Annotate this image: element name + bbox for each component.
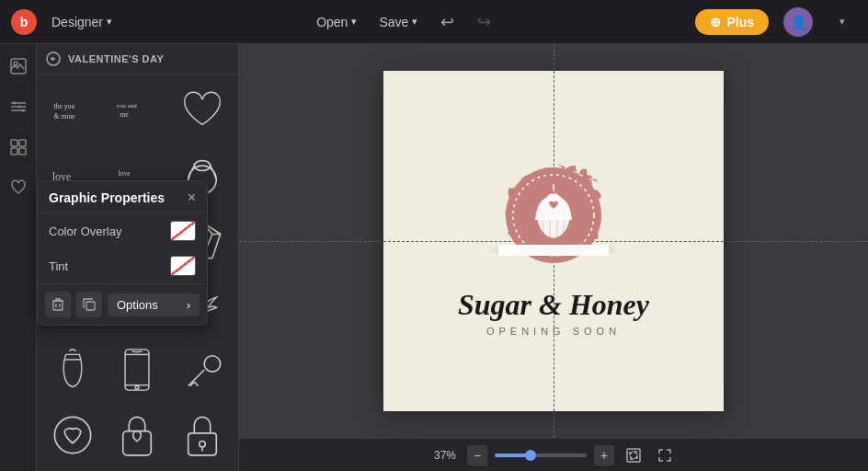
open-chevron-icon: ▾ — [351, 16, 357, 28]
canvas-container[interactable]: Sugar & Honey OPENING SOON — [239, 44, 868, 438]
design-canvas[interactable]: Sugar & Honey OPENING SOON — [383, 71, 724, 411]
color-overlay-label: Color Overlay — [49, 224, 121, 238]
sidebar-icon-image[interactable] — [4, 52, 33, 81]
fit-screen-button[interactable] — [622, 443, 645, 467]
plus-star-icon: ⊕ — [710, 15, 721, 29]
canvas-area: Sugar & Honey OPENING SOON 37% − + — [239, 44, 868, 471]
sidebar-icon-heart[interactable] — [4, 173, 33, 202]
svg-rect-41 — [123, 431, 152, 454]
svg-rect-45 — [53, 301, 63, 310]
graphic-props-title: Graphic Properties — [49, 190, 165, 205]
delete-button[interactable] — [45, 292, 71, 317]
fullscreen-button[interactable] — [653, 443, 677, 467]
account-chevron-icon[interactable]: ▾ — [828, 7, 857, 37]
zoom-out-button[interactable]: − — [467, 445, 487, 465]
svg-text:love: love — [119, 169, 131, 178]
topbar: b Designer ▾ Open ▾ Save ▾ ↩ ↪ ⊕ Plus 👤 … — [0, 0, 868, 44]
plus-button[interactable]: ⊕ Plus — [695, 9, 769, 35]
avatar-icon: 👤 — [791, 15, 806, 29]
svg-rect-11 — [19, 148, 26, 155]
svg-text:the you: the you — [54, 102, 75, 110]
graphic-props-header: Graphic Properties × — [38, 181, 207, 213]
save-button[interactable]: Save ▾ — [371, 11, 425, 33]
graphic-properties-panel: Graphic Properties × Color Overlay Tint — [37, 180, 208, 326]
asset-panel-header: Valentine's Day — [37, 44, 238, 75]
app-logo[interactable]: b — [11, 9, 37, 35]
zoom-percentage: 37% — [430, 449, 460, 462]
svg-rect-42 — [188, 432, 217, 454]
asset-item-phone[interactable] — [107, 339, 167, 400]
app-name-button[interactable]: Designer ▾ — [51, 15, 112, 29]
logo-char: b — [20, 15, 29, 29]
svg-point-35 — [136, 386, 140, 390]
svg-point-40 — [55, 417, 91, 453]
options-button[interactable]: Options › — [108, 293, 200, 316]
graphic-props-footer: Options › — [38, 283, 207, 325]
zoom-slider-thumb — [525, 450, 536, 461]
svg-text:me: me — [120, 110, 130, 119]
tint-row: Tint — [38, 248, 207, 283]
sidebar-icon-adjust[interactable] — [4, 92, 33, 121]
asset-item-heart-decorative[interactable] — [42, 405, 103, 465]
left-sidebar — [0, 44, 37, 471]
open-button[interactable]: Open ▾ — [309, 11, 364, 33]
cupcake-badge — [480, 146, 627, 293]
color-overlay-swatch[interactable] — [170, 221, 196, 241]
asset-panel: Valentine's Day the you& mine you andme … — [37, 44, 239, 471]
svg-point-43 — [200, 441, 206, 447]
canvas-content: Sugar & Honey OPENING SOON — [383, 71, 724, 411]
zoom-in-button[interactable]: + — [594, 445, 614, 465]
asset-item-vase[interactable] — [42, 339, 103, 400]
svg-rect-48 — [86, 302, 95, 310]
svg-line-38 — [194, 382, 198, 385]
app-name-label: Designer — [51, 15, 103, 29]
canvas-sub-text: OPENING SOON — [486, 326, 621, 337]
svg-rect-8 — [11, 140, 17, 146]
svg-rect-10 — [11, 148, 17, 155]
main-layout: Valentine's Day the you& mine you andme … — [0, 44, 868, 471]
asset-item-key[interactable] — [172, 339, 233, 400]
tint-swatch[interactable] — [170, 256, 196, 276]
avatar[interactable]: 👤 — [783, 7, 813, 37]
undo-button[interactable]: ↩ — [432, 7, 462, 37]
app-chevron-icon: ▾ — [107, 16, 112, 28]
svg-rect-9 — [19, 140, 26, 146]
save-chevron-icon: ▾ — [412, 16, 417, 28]
svg-point-6 — [17, 106, 20, 109]
asset-category-label: Valentine's Day — [68, 53, 164, 64]
asset-item-padlock[interactable] — [172, 405, 233, 465]
asset-item-lock-heart[interactable] — [107, 405, 167, 465]
svg-point-36 — [204, 356, 220, 372]
asset-back-button[interactable] — [46, 52, 61, 66]
svg-text:& mine: & mine — [54, 112, 76, 121]
bottom-bar: 37% − + — [239, 438, 868, 471]
graphic-props-close-button[interactable]: × — [188, 190, 196, 205]
svg-text:you and: you and — [117, 102, 137, 109]
asset-item-text2[interactable]: you andme — [107, 80, 167, 141]
color-swatch-fill — [171, 222, 195, 240]
duplicate-button[interactable] — [76, 292, 102, 317]
tint-swatch-fill — [171, 257, 195, 275]
asset-item-heart1[interactable] — [172, 80, 233, 141]
svg-point-5 — [13, 102, 16, 105]
svg-rect-32 — [126, 350, 150, 390]
redo-button[interactable]: ↪ — [469, 7, 498, 37]
svg-point-7 — [21, 109, 24, 112]
tint-label: Tint — [49, 259, 68, 273]
zoom-slider[interactable] — [495, 454, 587, 457]
svg-rect-55 — [627, 449, 640, 462]
zoom-slider-fill — [495, 454, 527, 457]
color-overlay-row: Color Overlay — [38, 213, 207, 248]
options-arrow-icon: › — [187, 298, 190, 312]
sidebar-icon-grid[interactable] — [4, 132, 33, 162]
topbar-center: Open ▾ Save ▾ ↩ ↪ — [309, 7, 498, 37]
asset-item-text1[interactable]: the you& mine — [42, 80, 103, 141]
